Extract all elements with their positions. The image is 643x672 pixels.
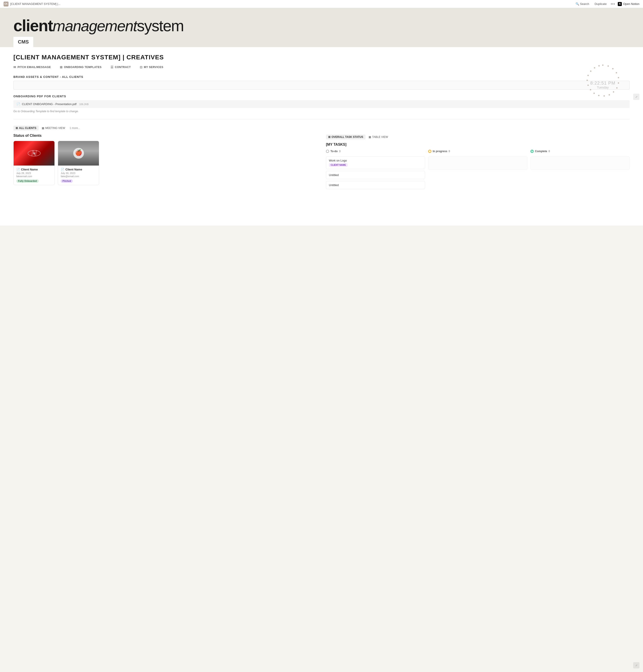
inprogress-status-icon <box>428 150 431 153</box>
topbar-left: CK [CLIENT MANAGEMENT SYSTEM] |... <box>3 2 61 7</box>
cms-badge: CMS <box>13 37 33 47</box>
task-card-3[interactable]: Untitled <box>326 181 425 189</box>
task-title-3: Untitled <box>329 183 422 187</box>
task-col-header-todo: To-do 3 <box>326 150 425 154</box>
quick-link-pitch[interactable]: ✉ PITCH EMAIL/MESSAGE <box>13 65 51 69</box>
client-card-date-2: July 30, 2023 <box>61 172 96 174</box>
topbar: CK [CLIENT MANAGEMENT SYSTEM] |... 🔍 Sea… <box>0 0 643 8</box>
client-cards: N 📄 Client Name July 28, 2023 fakeemail.… <box>13 141 317 185</box>
task-title-2: Untitled <box>329 173 422 177</box>
tasks-column: ⊞ OVERALL TASK STATUS ▦ TABLE VIEW [MY T… <box>326 126 630 191</box>
tab-all-clients[interactable]: ⊞ ALL CLIENTS <box>13 126 39 130</box>
brand-assets-heading: BRAND ASSETS & CONTENT - ALL CLIENTS <box>13 75 630 78</box>
task-col-complete-empty <box>531 157 630 170</box>
todo-count: 3 <box>339 150 340 153</box>
pdf-filename: CLIENT ONBOARDING - Presentation.pdf <box>22 102 76 106</box>
inprogress-count: 0 <box>449 150 450 153</box>
task-card-2[interactable]: Untitled <box>326 171 425 179</box>
quick-link-services[interactable]: ⊡ MY SERVICES <box>140 65 163 69</box>
quick-link-onboarding[interactable]: ⊞ ONBOARDING TEMPLATES <box>60 65 101 69</box>
clock-widget-area <box>326 126 630 135</box>
svg-text:N: N <box>33 152 35 155</box>
task-card-1[interactable]: Work on Logo CLIENT NAME <box>326 157 425 169</box>
tab-meeting-view[interactable]: ▦ MEETING VIEW <box>39 126 68 130</box>
task-col-complete: Complete 0 <box>531 150 630 191</box>
task-tag-1: CLIENT NAME <box>329 163 348 167</box>
table-view-icon: ▦ <box>368 135 371 139</box>
quick-links: ✉ PITCH EMAIL/MESSAGE ⊞ ONBOARDING TEMPL… <box>13 65 630 69</box>
card-doc-icon-1: 📄 <box>16 168 20 171</box>
complete-count: 0 <box>548 150 550 153</box>
open-notion-button[interactable]: N Open Notion <box>618 2 640 6</box>
hero-title-light: system <box>137 17 184 35</box>
two-col-layout: ⊞ ALL CLIENTS ▦ MEETING VIEW 1 more... S… <box>13 126 630 191</box>
main-content: [CLIENT MANAGEMENT SYSTEM] | CREATIVES ✉… <box>0 47 643 226</box>
topbar-right: 🔍 Search Duplicate ••• N Open Notion <box>574 2 640 6</box>
tab-overall-task-status[interactable]: ⊞ OVERALL TASK STATUS <box>326 135 365 139</box>
tasks-tabs: ⊞ OVERALL TASK STATUS ▦ TABLE VIEW <box>326 135 630 139</box>
hero-title-bold: client <box>13 17 53 35</box>
pitch-icon: ✉ <box>13 65 16 69</box>
hero-title: clientmanagementsystem <box>13 17 630 35</box>
client-card-2[interactable]: 🍎 📄 Client Name July 30, 2023 fake@email… <box>58 141 99 185</box>
duplicate-button[interactable]: Duplicate <box>593 2 608 6</box>
task-col-header-inprogress: In progress 0 <box>428 150 527 154</box>
quick-link-contract[interactable]: ☰ CONTRACT <box>110 65 131 69</box>
client-card-name-1: 📄 Client Name <box>16 168 52 171</box>
all-clients-icon: ⊞ <box>16 126 18 129</box>
notion-icon: N <box>618 2 622 6</box>
task-col-inprogress-empty <box>428 157 527 170</box>
search-button[interactable]: 🔍 Search <box>574 2 591 6</box>
overall-task-icon: ⊞ <box>328 135 330 139</box>
clients-heading: Status of Clients <box>13 134 317 138</box>
svg-point-0 <box>28 150 40 156</box>
clients-column: ⊞ ALL CLIENTS ▦ MEETING VIEW 1 more... S… <box>13 126 317 185</box>
onboarding-pdf-heading: ONBOARDING PDF FOR CLIENTS <box>13 95 630 98</box>
pdf-icon: 📄 <box>16 102 20 106</box>
brand-assets-box[interactable] <box>13 81 630 90</box>
tab-table-view[interactable]: ▦ TABLE VIEW <box>366 135 390 139</box>
hero-title-italic: management <box>53 17 137 34</box>
client-card-image-2: 🍎 <box>58 141 99 165</box>
client-card-image-1: N <box>14 141 54 165</box>
todo-status-icon <box>326 150 329 153</box>
tab-more[interactable]: 1 more... <box>68 126 81 130</box>
task-title-1: Work on Logo <box>329 159 422 162</box>
task-col-todo: To-do 3 Work on Logo CLIENT NAME Untitle… <box>326 150 425 191</box>
onboarding-icon: ⊞ <box>60 65 63 69</box>
tasks-heading: [MY TASKS] <box>326 142 630 147</box>
client-badge-1: Fully Onboarded <box>16 179 39 183</box>
svg-text:🍎: 🍎 <box>75 149 82 156</box>
client-card-name-2: 📄 Client Name <box>61 168 96 171</box>
clients-tabs: ⊞ ALL CLIENTS ▦ MEETING VIEW 1 more... <box>13 126 317 130</box>
page-title: [CLIENT MANAGEMENT SYSTEM] |... <box>10 2 61 5</box>
page-heading: [CLIENT MANAGEMENT SYSTEM] | CREATIVES <box>13 54 630 61</box>
client-card-body-2: 📄 Client Name July 30, 2023 fake@email.c… <box>58 165 99 185</box>
onboarding-note: Go to Onboarding Template to find templa… <box>13 110 630 113</box>
nissan-logo-icon: N <box>27 150 41 157</box>
client-badge-2: Pitched <box>61 179 73 183</box>
pdf-file-row[interactable]: 📄 CLIENT ONBOARDING - Presentation.pdf 1… <box>13 100 630 108</box>
complete-status-icon <box>531 150 534 153</box>
expand-icon-top[interactable]: ⤢ <box>633 94 640 100</box>
client-card-email-1: fakeemail.com <box>16 175 52 178</box>
client-card-1[interactable]: N 📄 Client Name July 28, 2023 fakeemail.… <box>13 141 55 185</box>
more-options-button[interactable]: ••• <box>611 2 615 6</box>
client-card-date-1: July 28, 2023 <box>16 172 52 174</box>
contract-icon: ☰ <box>110 65 114 69</box>
task-col-inprogress: In progress 0 <box>428 150 527 191</box>
client-card-email-2: fake@email.com <box>61 175 96 178</box>
task-col-header-complete: Complete 0 <box>531 150 630 154</box>
services-icon: ⊡ <box>140 65 143 69</box>
task-columns: To-do 3 Work on Logo CLIENT NAME Untitle… <box>326 150 630 191</box>
client-card-body-1: 📄 Client Name July 28, 2023 fakeemail.co… <box>14 165 54 185</box>
pdf-size: 106.2KB <box>79 103 89 105</box>
avatar: CK <box>3 2 9 7</box>
search-icon: 🔍 <box>575 2 579 5</box>
meeting-view-icon: ▦ <box>42 126 44 129</box>
card-doc-icon-2: 📄 <box>61 168 64 171</box>
apple-logo-icon: 🍎 <box>73 148 84 159</box>
hero-section: clientmanagementsystem CMS <box>0 8 643 47</box>
